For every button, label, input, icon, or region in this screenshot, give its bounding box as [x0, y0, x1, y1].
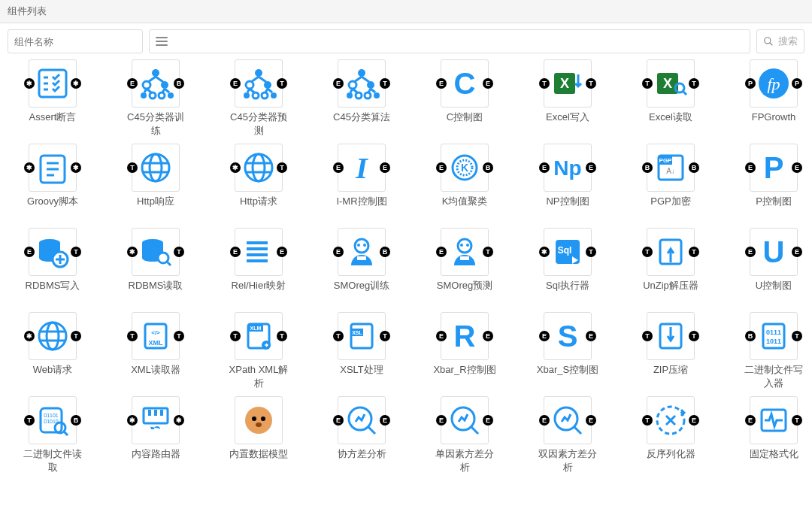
component-tile[interactable]: EE	[544, 396, 592, 444]
component-item[interactable]: TTUnZip解压器	[626, 228, 716, 307]
component-tile[interactable]: EB	[132, 59, 180, 108]
search-button[interactable]: 搜索	[756, 29, 804, 53]
component-tile[interactable]: ✱✱	[29, 59, 77, 108]
component-tile[interactable]: TT	[647, 59, 695, 108]
component-tile[interactable]: EE	[750, 228, 798, 276]
component-tile[interactable]: T	[132, 144, 180, 192]
component-label: U控制图	[742, 279, 805, 307]
component-tile[interactable]: ✱T	[29, 312, 77, 360]
component-item[interactable]: PPFPGrowth	[729, 59, 812, 139]
component-tile[interactable]: EE	[441, 312, 489, 360]
component-tile[interactable]: EE	[441, 396, 489, 444]
port-badge-right: E	[689, 415, 699, 426]
component-item[interactable]: TTZIP压缩	[626, 312, 716, 392]
letterI-icon	[344, 150, 380, 186]
component-item[interactable]: BBPGP加密	[626, 144, 716, 223]
component-item[interactable]: EE单因素方差分析	[420, 396, 510, 476]
component-item[interactable]: ETRDBMS写入	[8, 228, 98, 307]
component-item[interactable]: TTXML读取器	[111, 312, 201, 392]
port-badge-right: T	[689, 247, 699, 257]
component-item[interactable]: TTExcel读取	[626, 59, 716, 139]
component-tile[interactable]: TT	[235, 312, 283, 360]
component-item[interactable]: EEU控制图	[729, 228, 812, 307]
component-item[interactable]: BT二进制文件写入器	[729, 312, 812, 392]
component-tile[interactable]: TB	[29, 396, 77, 444]
category-selector[interactable]	[149, 29, 750, 53]
component-tile[interactable]: EE	[338, 396, 386, 444]
person-icon	[447, 234, 483, 270]
component-tile[interactable]: EE	[544, 312, 592, 360]
component-label: Http请求	[227, 195, 290, 223]
component-item[interactable]: EE协方差分析	[317, 396, 407, 476]
component-tile[interactable]: ET	[441, 228, 489, 276]
component-item[interactable]: EERel/Hier映射	[214, 228, 304, 307]
component-tile[interactable]: BB	[647, 144, 695, 192]
component-item[interactable]: ✱✱Assert断言	[8, 59, 98, 139]
component-label: Xbar_S控制图	[536, 363, 599, 392]
component-tile[interactable]: ET	[338, 59, 386, 108]
component-label: Groovy脚本	[21, 195, 84, 223]
component-item[interactable]: THttp响应	[111, 144, 201, 223]
component-item[interactable]: ET固定格式化	[729, 396, 812, 476]
component-tile[interactable]: EE	[338, 144, 386, 192]
component-item[interactable]: EBK均值聚类	[420, 144, 510, 223]
component-tile[interactable]: ✱✱	[132, 396, 180, 444]
component-tile[interactable]: EE	[235, 228, 283, 276]
component-tile[interactable]: EE	[750, 144, 798, 192]
component-item[interactable]: TB二进制文件读取	[8, 396, 98, 476]
component-item[interactable]: EBC45分类器训练	[111, 59, 201, 139]
component-tile[interactable]: ✱T	[235, 144, 283, 192]
component-item[interactable]: ETC45分类器预测	[214, 59, 304, 139]
component-tile[interactable]: PP	[750, 59, 798, 108]
component-tile[interactable]: ✱T	[132, 228, 180, 276]
component-item[interactable]: ✱THttp请求	[214, 144, 304, 223]
component-item[interactable]: EEP控制图	[729, 144, 812, 223]
letterR-icon	[447, 318, 483, 354]
component-tile[interactable]: TT	[544, 59, 592, 108]
component-item[interactable]: ✱TSql执行器	[523, 228, 613, 307]
component-item[interactable]: ETC45分类算法	[317, 59, 407, 139]
component-item[interactable]: TTXSLT处理	[317, 312, 407, 392]
component-item[interactable]: EEXbar_S控制图	[523, 312, 613, 392]
component-tile[interactable]: ET	[29, 228, 77, 276]
component-tile[interactable]: BT	[750, 312, 798, 360]
component-tile[interactable]: EB	[441, 144, 489, 192]
component-item[interactable]: EENP控制图	[523, 144, 613, 223]
component-tile[interactable]: ✱✱	[29, 144, 77, 192]
port-badge-left: B	[745, 331, 756, 341]
component-item[interactable]: EEI-MR控制图	[317, 144, 407, 223]
component-item[interactable]: EE双因素方差分析	[523, 396, 613, 476]
name-filter-input[interactable]	[8, 29, 143, 53]
component-tile[interactable]: TT	[647, 228, 695, 276]
component-item[interactable]: ✱TRDBMS读取	[111, 228, 201, 307]
component-item[interactable]: TTExcel写入	[523, 59, 613, 139]
component-item[interactable]: EEC控制图	[420, 59, 510, 139]
component-tile[interactable]: ET	[750, 396, 798, 444]
component-tile[interactable]: TT	[132, 312, 180, 360]
component-tile[interactable]: EB	[338, 228, 386, 276]
component-tile[interactable]: EE	[441, 59, 489, 108]
component-item[interactable]: TTXPath XML解析	[214, 312, 304, 392]
component-item[interactable]: EEXbar_R控制图	[420, 312, 510, 392]
component-item[interactable]: 内置数据模型	[214, 396, 304, 476]
port-badge-left: E	[539, 415, 550, 426]
component-tile[interactable]: ✱T	[544, 228, 592, 276]
port-badge-right: E	[586, 415, 596, 426]
component-item[interactable]: TE反序列化器	[626, 396, 716, 476]
tree-icon	[344, 65, 380, 101]
component-item[interactable]: ✱✱内容路由器	[111, 396, 201, 476]
component-item[interactable]: ETSMOreg预测	[420, 228, 510, 307]
component-item[interactable]: ✱TWeb请求	[8, 312, 98, 392]
component-tile[interactable]: ET	[235, 59, 283, 108]
component-tile[interactable]	[235, 396, 283, 444]
component-item[interactable]: ✱✱Groovy脚本	[8, 144, 98, 223]
component-tile[interactable]: TT	[647, 312, 695, 360]
fp-icon	[756, 65, 792, 101]
port-badge-left: E	[745, 247, 756, 257]
component-tile[interactable]: EE	[544, 144, 592, 192]
port-badge-left: E	[24, 247, 35, 257]
port-badge-left: E	[436, 415, 447, 426]
component-item[interactable]: EBSMOreg训练	[317, 228, 407, 307]
component-tile[interactable]: TT	[338, 312, 386, 360]
component-tile[interactable]: TE	[647, 396, 695, 444]
